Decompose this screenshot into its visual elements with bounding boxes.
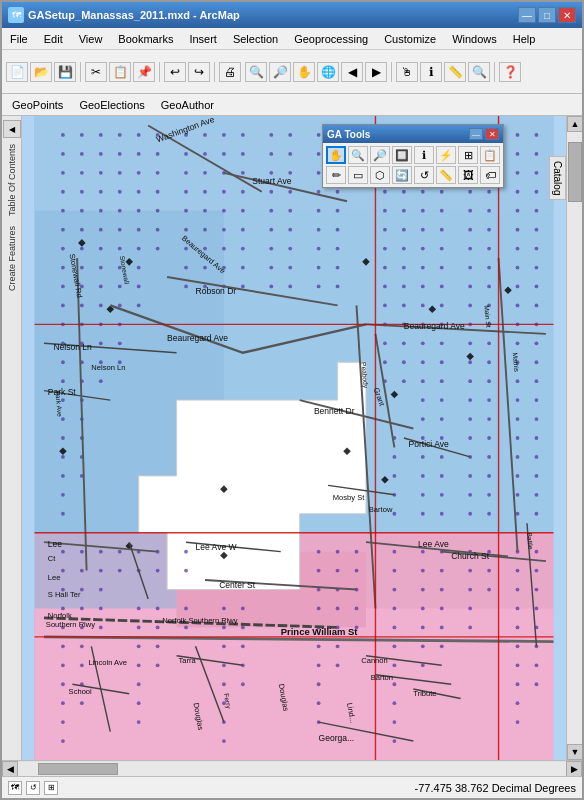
- redo-button[interactable]: ↪: [188, 62, 210, 82]
- palette-minimize[interactable]: —: [469, 128, 483, 140]
- scroll-down-button[interactable]: ▼: [567, 744, 582, 760]
- copy-button[interactable]: 📋: [109, 62, 131, 82]
- identify-button[interactable]: ℹ: [420, 62, 442, 82]
- pan-button[interactable]: ✋: [293, 62, 315, 82]
- svg-point-206: [118, 304, 122, 308]
- menu-help[interactable]: Help: [505, 31, 544, 47]
- svg-point-49: [516, 152, 520, 156]
- zoom-in-button[interactable]: 🔍: [245, 62, 267, 82]
- extra-tool[interactable]: 📋: [480, 146, 500, 164]
- zoom-in-tool-button[interactable]: 🔍: [348, 146, 368, 164]
- svg-point-346: [317, 569, 321, 573]
- svg-point-288: [61, 455, 65, 459]
- palette-title-bar: GA Tools — ✕: [323, 125, 503, 143]
- svg-point-120: [118, 228, 122, 232]
- title-bar-left: 🗺 GASetup_Manassas_2011.mxd - ArcMap: [8, 7, 240, 23]
- paste-button[interactable]: 📌: [133, 62, 155, 82]
- menu-view[interactable]: View: [71, 31, 111, 47]
- select-button[interactable]: 🖱: [396, 62, 418, 82]
- menu-customize[interactable]: Customize: [376, 31, 444, 47]
- menu-geoprocessing[interactable]: Geoprocessing: [286, 31, 376, 47]
- svg-point-27: [516, 133, 520, 137]
- h-scroll-track[interactable]: [18, 762, 566, 776]
- help-button[interactable]: ❓: [499, 62, 521, 82]
- zoom-prev-button[interactable]: ◀: [341, 62, 363, 82]
- zoom-out-button[interactable]: 🔎: [269, 62, 291, 82]
- svg-point-155: [421, 247, 425, 251]
- pan-tool-button[interactable]: ✋: [326, 146, 346, 164]
- measure-tool[interactable]: 📏: [436, 166, 456, 184]
- zoom-out-tool-button[interactable]: 🔎: [370, 146, 390, 164]
- refresh-tool[interactable]: ↺: [414, 166, 434, 184]
- zoom-next-button[interactable]: ▶: [365, 62, 387, 82]
- menu-insert[interactable]: Insert: [181, 31, 225, 47]
- save-button[interactable]: 💾: [54, 62, 76, 82]
- svg-point-128: [288, 228, 292, 232]
- svg-point-438: [80, 701, 84, 705]
- svg-point-170: [269, 266, 273, 270]
- geopoints-menu[interactable]: GeoPoints: [6, 98, 69, 112]
- palette-close[interactable]: ✕: [485, 128, 499, 140]
- table-of-contents-label[interactable]: Table Of Contents: [6, 140, 18, 220]
- label-tool[interactable]: 🏷: [480, 166, 500, 184]
- menu-selection[interactable]: Selection: [225, 31, 286, 47]
- select-rect-tool[interactable]: ▭: [348, 166, 368, 184]
- svg-text:Ct: Ct: [48, 554, 56, 563]
- svg-point-126: [241, 228, 245, 232]
- refresh-status-icon[interactable]: ↺: [26, 781, 40, 795]
- measure-button[interactable]: 📏: [444, 62, 466, 82]
- map-container[interactable]: Washington Ave Stuart Ave Robson Dr Beau…: [22, 116, 566, 760]
- full-extent-button[interactable]: 🌐: [317, 62, 339, 82]
- separator-3: [214, 62, 215, 82]
- info-tool[interactable]: ℹ: [414, 146, 434, 164]
- svg-point-317: [440, 512, 444, 516]
- sidebar-toggle[interactable]: ◀: [3, 120, 21, 138]
- svg-point-296: [535, 455, 539, 459]
- h-scroll-thumb[interactable]: [38, 763, 118, 775]
- close-button[interactable]: ✕: [558, 7, 576, 23]
- grid-tool[interactable]: ⊞: [458, 146, 478, 164]
- create-features-label[interactable]: Create Features: [6, 222, 18, 295]
- grid-status-icon[interactable]: ⊞: [44, 781, 58, 795]
- svg-point-364: [440, 588, 444, 592]
- svg-point-41: [317, 152, 321, 156]
- svg-text:Mosby St: Mosby St: [333, 493, 365, 502]
- fixed-zoom-tool[interactable]: 🔲: [392, 146, 412, 164]
- print-button[interactable]: 🖨: [219, 62, 241, 82]
- new-button[interactable]: 📄: [6, 62, 28, 82]
- menu-windows[interactable]: Windows: [444, 31, 505, 47]
- scroll-up-button[interactable]: ▲: [567, 116, 582, 132]
- scroll-track[interactable]: [567, 132, 582, 744]
- svg-point-89: [421, 190, 425, 194]
- rotate-tool[interactable]: 🔄: [392, 166, 412, 184]
- find-button[interactable]: 🔍: [468, 62, 490, 82]
- undo-button[interactable]: ↩: [164, 62, 186, 82]
- map-icon[interactable]: 🗺: [8, 781, 22, 795]
- title-controls: — □ ✕: [518, 7, 576, 23]
- svg-point-409: [317, 644, 321, 648]
- cut-button[interactable]: ✂: [85, 62, 107, 82]
- select-poly-tool[interactable]: ⬡: [370, 166, 390, 184]
- image-tool[interactable]: 🖼: [458, 166, 478, 184]
- minimize-button[interactable]: —: [518, 7, 536, 23]
- menu-bookmarks[interactable]: Bookmarks: [110, 31, 181, 47]
- scroll-thumb[interactable]: [568, 142, 582, 202]
- svg-text:Stuart Ave: Stuart Ave: [252, 176, 291, 186]
- svg-point-405: [137, 644, 141, 648]
- catalog-panel-tab[interactable]: Catalog: [549, 156, 566, 200]
- svg-point-35: [184, 152, 188, 156]
- menu-edit[interactable]: Edit: [36, 31, 71, 47]
- menu-file[interactable]: File: [2, 31, 36, 47]
- pencil-tool[interactable]: ✏: [326, 166, 346, 184]
- separator-1: [80, 62, 81, 82]
- flash-tool[interactable]: ⚡: [436, 146, 456, 164]
- geoelections-menu[interactable]: GeoElections: [73, 98, 150, 112]
- svg-point-198: [440, 285, 444, 289]
- svg-point-167: [203, 266, 207, 270]
- maximize-button[interactable]: □: [538, 7, 556, 23]
- svg-point-424: [392, 663, 396, 667]
- scroll-right-button[interactable]: ▶: [566, 761, 582, 777]
- scroll-left-button[interactable]: ◀: [2, 761, 18, 777]
- open-button[interactable]: 📂: [30, 62, 52, 82]
- geoauthor-menu[interactable]: GeoAuthor: [155, 98, 220, 112]
